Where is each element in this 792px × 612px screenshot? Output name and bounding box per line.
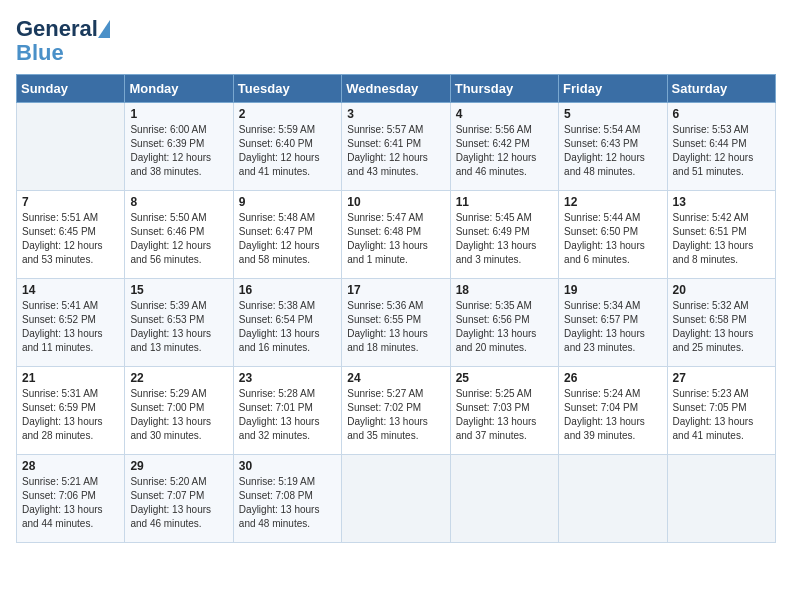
day-number: 27 bbox=[673, 371, 770, 385]
calendar-cell: 7Sunrise: 5:51 AM Sunset: 6:45 PM Daylig… bbox=[17, 191, 125, 279]
day-number: 7 bbox=[22, 195, 119, 209]
calendar-cell: 30Sunrise: 5:19 AM Sunset: 7:08 PM Dayli… bbox=[233, 455, 341, 543]
logo-triangle-icon bbox=[98, 20, 110, 38]
day-number: 12 bbox=[564, 195, 661, 209]
calendar-cell bbox=[342, 455, 450, 543]
day-number: 16 bbox=[239, 283, 336, 297]
page-header: General Blue bbox=[16, 16, 776, 66]
calendar-cell: 12Sunrise: 5:44 AM Sunset: 6:50 PM Dayli… bbox=[559, 191, 667, 279]
day-info: Sunrise: 5:19 AM Sunset: 7:08 PM Dayligh… bbox=[239, 475, 336, 531]
day-info: Sunrise: 5:39 AM Sunset: 6:53 PM Dayligh… bbox=[130, 299, 227, 355]
calendar-cell bbox=[17, 103, 125, 191]
week-row-3: 14Sunrise: 5:41 AM Sunset: 6:52 PM Dayli… bbox=[17, 279, 776, 367]
day-info: Sunrise: 5:25 AM Sunset: 7:03 PM Dayligh… bbox=[456, 387, 553, 443]
calendar-cell: 6Sunrise: 5:53 AM Sunset: 6:44 PM Daylig… bbox=[667, 103, 775, 191]
calendar-cell: 17Sunrise: 5:36 AM Sunset: 6:55 PM Dayli… bbox=[342, 279, 450, 367]
day-info: Sunrise: 5:56 AM Sunset: 6:42 PM Dayligh… bbox=[456, 123, 553, 179]
col-header-friday: Friday bbox=[559, 75, 667, 103]
col-header-thursday: Thursday bbox=[450, 75, 558, 103]
day-number: 15 bbox=[130, 283, 227, 297]
day-number: 5 bbox=[564, 107, 661, 121]
col-header-sunday: Sunday bbox=[17, 75, 125, 103]
day-info: Sunrise: 5:48 AM Sunset: 6:47 PM Dayligh… bbox=[239, 211, 336, 267]
calendar-cell: 9Sunrise: 5:48 AM Sunset: 6:47 PM Daylig… bbox=[233, 191, 341, 279]
week-row-1: 1Sunrise: 6:00 AM Sunset: 6:39 PM Daylig… bbox=[17, 103, 776, 191]
calendar-cell: 3Sunrise: 5:57 AM Sunset: 6:41 PM Daylig… bbox=[342, 103, 450, 191]
calendar-cell: 8Sunrise: 5:50 AM Sunset: 6:46 PM Daylig… bbox=[125, 191, 233, 279]
day-number: 23 bbox=[239, 371, 336, 385]
calendar-cell: 26Sunrise: 5:24 AM Sunset: 7:04 PM Dayli… bbox=[559, 367, 667, 455]
col-header-saturday: Saturday bbox=[667, 75, 775, 103]
day-number: 26 bbox=[564, 371, 661, 385]
day-number: 24 bbox=[347, 371, 444, 385]
day-info: Sunrise: 5:38 AM Sunset: 6:54 PM Dayligh… bbox=[239, 299, 336, 355]
day-info: Sunrise: 5:32 AM Sunset: 6:58 PM Dayligh… bbox=[673, 299, 770, 355]
day-number: 18 bbox=[456, 283, 553, 297]
calendar-cell: 15Sunrise: 5:39 AM Sunset: 6:53 PM Dayli… bbox=[125, 279, 233, 367]
col-header-tuesday: Tuesday bbox=[233, 75, 341, 103]
day-info: Sunrise: 5:50 AM Sunset: 6:46 PM Dayligh… bbox=[130, 211, 227, 267]
calendar-cell: 20Sunrise: 5:32 AM Sunset: 6:58 PM Dayli… bbox=[667, 279, 775, 367]
calendar-cell: 16Sunrise: 5:38 AM Sunset: 6:54 PM Dayli… bbox=[233, 279, 341, 367]
day-info: Sunrise: 5:21 AM Sunset: 7:06 PM Dayligh… bbox=[22, 475, 119, 531]
day-info: Sunrise: 5:41 AM Sunset: 6:52 PM Dayligh… bbox=[22, 299, 119, 355]
day-number: 2 bbox=[239, 107, 336, 121]
day-info: Sunrise: 5:54 AM Sunset: 6:43 PM Dayligh… bbox=[564, 123, 661, 179]
day-info: Sunrise: 5:59 AM Sunset: 6:40 PM Dayligh… bbox=[239, 123, 336, 179]
calendar-cell: 27Sunrise: 5:23 AM Sunset: 7:05 PM Dayli… bbox=[667, 367, 775, 455]
day-info: Sunrise: 5:35 AM Sunset: 6:56 PM Dayligh… bbox=[456, 299, 553, 355]
calendar-cell: 1Sunrise: 6:00 AM Sunset: 6:39 PM Daylig… bbox=[125, 103, 233, 191]
calendar-header-row: SundayMondayTuesdayWednesdayThursdayFrid… bbox=[17, 75, 776, 103]
day-info: Sunrise: 5:51 AM Sunset: 6:45 PM Dayligh… bbox=[22, 211, 119, 267]
day-info: Sunrise: 5:44 AM Sunset: 6:50 PM Dayligh… bbox=[564, 211, 661, 267]
calendar-cell: 29Sunrise: 5:20 AM Sunset: 7:07 PM Dayli… bbox=[125, 455, 233, 543]
day-info: Sunrise: 5:53 AM Sunset: 6:44 PM Dayligh… bbox=[673, 123, 770, 179]
calendar-cell: 11Sunrise: 5:45 AM Sunset: 6:49 PM Dayli… bbox=[450, 191, 558, 279]
calendar-cell: 14Sunrise: 5:41 AM Sunset: 6:52 PM Dayli… bbox=[17, 279, 125, 367]
day-number: 28 bbox=[22, 459, 119, 473]
calendar-cell: 25Sunrise: 5:25 AM Sunset: 7:03 PM Dayli… bbox=[450, 367, 558, 455]
day-info: Sunrise: 5:34 AM Sunset: 6:57 PM Dayligh… bbox=[564, 299, 661, 355]
week-row-5: 28Sunrise: 5:21 AM Sunset: 7:06 PM Dayli… bbox=[17, 455, 776, 543]
calendar-table: SundayMondayTuesdayWednesdayThursdayFrid… bbox=[16, 74, 776, 543]
day-info: Sunrise: 5:20 AM Sunset: 7:07 PM Dayligh… bbox=[130, 475, 227, 531]
day-info: Sunrise: 5:45 AM Sunset: 6:49 PM Dayligh… bbox=[456, 211, 553, 267]
day-number: 25 bbox=[456, 371, 553, 385]
calendar-cell: 4Sunrise: 5:56 AM Sunset: 6:42 PM Daylig… bbox=[450, 103, 558, 191]
logo-blue: Blue bbox=[16, 40, 64, 66]
day-number: 19 bbox=[564, 283, 661, 297]
calendar-cell: 13Sunrise: 5:42 AM Sunset: 6:51 PM Dayli… bbox=[667, 191, 775, 279]
day-number: 17 bbox=[347, 283, 444, 297]
day-info: Sunrise: 5:24 AM Sunset: 7:04 PM Dayligh… bbox=[564, 387, 661, 443]
calendar-cell bbox=[450, 455, 558, 543]
day-info: Sunrise: 5:29 AM Sunset: 7:00 PM Dayligh… bbox=[130, 387, 227, 443]
day-number: 20 bbox=[673, 283, 770, 297]
logo-general: General bbox=[16, 18, 98, 40]
calendar-cell: 18Sunrise: 5:35 AM Sunset: 6:56 PM Dayli… bbox=[450, 279, 558, 367]
calendar-cell: 22Sunrise: 5:29 AM Sunset: 7:00 PM Dayli… bbox=[125, 367, 233, 455]
day-number: 9 bbox=[239, 195, 336, 209]
day-info: Sunrise: 5:57 AM Sunset: 6:41 PM Dayligh… bbox=[347, 123, 444, 179]
calendar-cell: 23Sunrise: 5:28 AM Sunset: 7:01 PM Dayli… bbox=[233, 367, 341, 455]
day-number: 14 bbox=[22, 283, 119, 297]
day-number: 4 bbox=[456, 107, 553, 121]
day-number: 6 bbox=[673, 107, 770, 121]
calendar-cell: 24Sunrise: 5:27 AM Sunset: 7:02 PM Dayli… bbox=[342, 367, 450, 455]
calendar-cell bbox=[559, 455, 667, 543]
day-info: Sunrise: 5:31 AM Sunset: 6:59 PM Dayligh… bbox=[22, 387, 119, 443]
calendar-cell: 21Sunrise: 5:31 AM Sunset: 6:59 PM Dayli… bbox=[17, 367, 125, 455]
day-number: 10 bbox=[347, 195, 444, 209]
calendar-cell bbox=[667, 455, 775, 543]
calendar-cell: 2Sunrise: 5:59 AM Sunset: 6:40 PM Daylig… bbox=[233, 103, 341, 191]
day-number: 13 bbox=[673, 195, 770, 209]
col-header-monday: Monday bbox=[125, 75, 233, 103]
logo: General Blue bbox=[16, 16, 112, 66]
day-info: Sunrise: 5:23 AM Sunset: 7:05 PM Dayligh… bbox=[673, 387, 770, 443]
calendar-cell: 10Sunrise: 5:47 AM Sunset: 6:48 PM Dayli… bbox=[342, 191, 450, 279]
calendar-cell: 5Sunrise: 5:54 AM Sunset: 6:43 PM Daylig… bbox=[559, 103, 667, 191]
day-number: 29 bbox=[130, 459, 227, 473]
day-number: 21 bbox=[22, 371, 119, 385]
day-number: 3 bbox=[347, 107, 444, 121]
day-info: Sunrise: 5:42 AM Sunset: 6:51 PM Dayligh… bbox=[673, 211, 770, 267]
week-row-4: 21Sunrise: 5:31 AM Sunset: 6:59 PM Dayli… bbox=[17, 367, 776, 455]
